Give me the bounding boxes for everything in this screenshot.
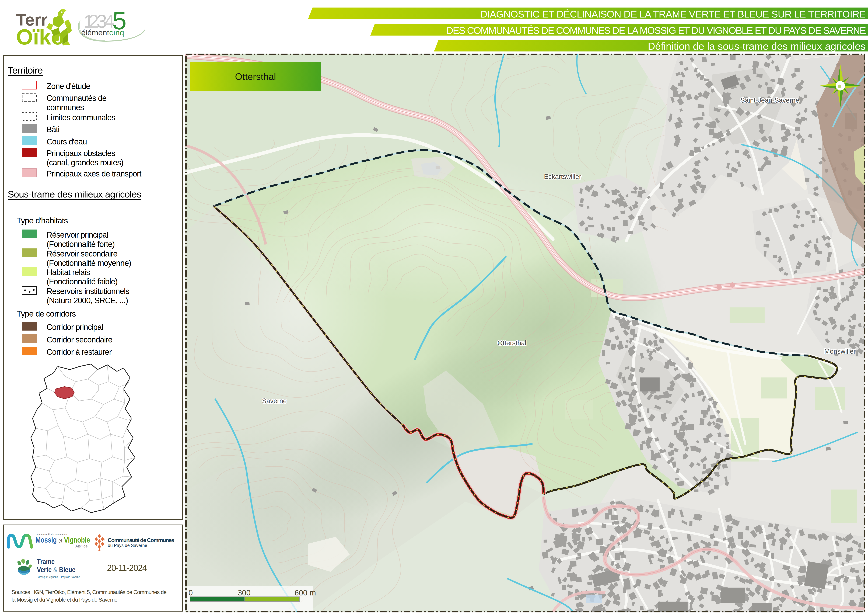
svg-text:600 m: 600 m	[294, 588, 316, 597]
svg-text:Saverne: Saverne	[262, 397, 287, 405]
svg-text:Saint-Jean-Saverne: Saint-Jean-Saverne	[741, 96, 799, 104]
svg-text:Ottersthal: Ottersthal	[498, 339, 526, 347]
svg-text:élémentcınq: élémentcınq	[81, 28, 124, 37]
svg-text:300: 300	[238, 588, 250, 597]
svg-text:Eckartswiller: Eckartswiller	[544, 173, 581, 180]
svg-text:Ottersthal: Ottersthal	[235, 71, 276, 82]
svg-text:Monswiller: Monswiller	[824, 348, 856, 355]
svg-text:0: 0	[189, 588, 193, 597]
